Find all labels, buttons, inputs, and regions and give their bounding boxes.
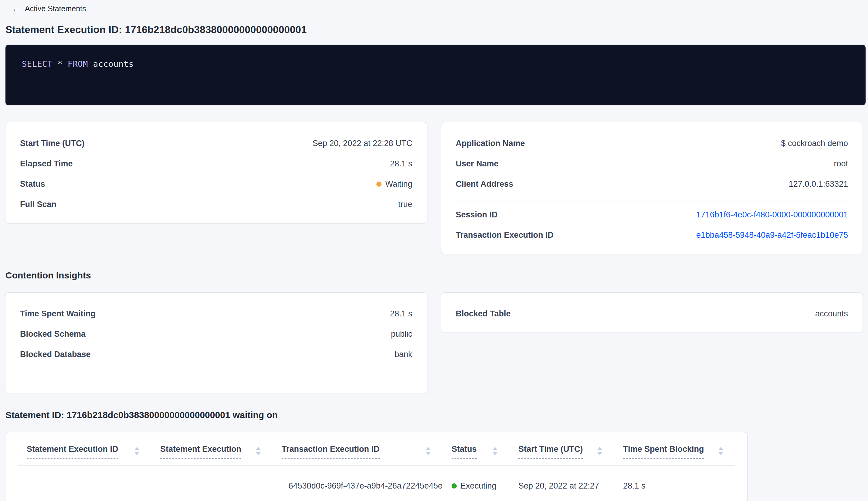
waiting-statements-table-card: Statement Execution ID Statement Executi… bbox=[6, 433, 747, 501]
info-label: Transaction Execution ID bbox=[456, 231, 554, 240]
cell-transaction-execution-id: 64530d0c-969f-437e-a9b4-26a72245e45e bbox=[273, 466, 443, 501]
overview-card-right: Application Name $ cockroach demo User N… bbox=[441, 122, 863, 254]
sql-statement-box: SELECT * FROM accounts bbox=[6, 45, 866, 105]
info-row-blocked-database: Blocked Database bank bbox=[20, 344, 412, 365]
contention-card-left: Time Spent Waiting 28.1 s Blocked Schema… bbox=[6, 293, 427, 394]
info-label: Full Scan bbox=[20, 200, 56, 209]
contention-cards-row: Time Spent Waiting 28.1 s Blocked Schema… bbox=[6, 293, 862, 394]
table-header-row: Statement Execution ID Statement Executi… bbox=[18, 433, 735, 466]
column-label[interactable]: Statement Execution bbox=[160, 445, 241, 459]
status-executing-dot-icon bbox=[452, 483, 457, 489]
info-value: 28.1 s bbox=[390, 309, 412, 319]
column-label[interactable]: Transaction Execution ID bbox=[282, 445, 380, 459]
info-row-blocked-table: Blocked Table accounts bbox=[456, 303, 848, 324]
info-label: Session ID bbox=[456, 210, 498, 220]
info-label: Client Address bbox=[456, 180, 513, 189]
cell-start-time: Sep 20, 2022 at 22:27 bbox=[509, 466, 614, 501]
back-link-label: Active Statements bbox=[25, 4, 86, 13]
info-row-elapsed-time: Elapsed Time 28.1 s bbox=[20, 154, 412, 174]
session-id-link[interactable]: 1716b1f6-4e0c-f480-0000-000000000001 bbox=[696, 210, 848, 220]
sort-icon[interactable] bbox=[134, 447, 140, 455]
info-label: User Name bbox=[456, 159, 499, 169]
info-value: Sep 20, 2022 at 22:28 UTC bbox=[313, 139, 412, 148]
info-label: Status bbox=[20, 180, 45, 189]
info-row-application-name: Application Name $ cockroach demo bbox=[456, 133, 848, 154]
info-label: Blocked Schema bbox=[20, 329, 86, 339]
info-row-full-scan: Full Scan true bbox=[20, 194, 412, 215]
cell-status: Executing bbox=[443, 466, 509, 501]
sql-keyword: SELECT bbox=[22, 59, 53, 68]
back-link[interactable]: ← Active Statements bbox=[6, 2, 862, 13]
column-label[interactable]: Time Spent Blocking bbox=[623, 445, 704, 459]
statement-execution-page: ← Active Statements Statement Execution … bbox=[0, 0, 868, 501]
sql-keyword: FROM bbox=[68, 59, 88, 68]
info-row-session-id: Session ID 1716b1f6-4e0c-f480-0000-00000… bbox=[456, 205, 848, 225]
sort-icon[interactable] bbox=[492, 447, 498, 455]
column-header-statement-execution-id[interactable]: Statement Execution ID bbox=[18, 433, 151, 466]
spacer bbox=[20, 365, 412, 385]
info-label: Elapsed Time bbox=[20, 159, 73, 169]
info-value: 28.1 s bbox=[390, 159, 412, 169]
status-text: Waiting bbox=[385, 180, 412, 189]
cell-statement-execution-id bbox=[18, 466, 151, 501]
info-value: $ cockroach demo bbox=[781, 139, 848, 148]
back-arrow-icon: ← bbox=[12, 4, 21, 13]
info-row-client-address: Client Address 127.0.0.1:63321 bbox=[456, 174, 848, 194]
info-label: Application Name bbox=[456, 139, 525, 148]
info-label: Time Spent Waiting bbox=[20, 309, 96, 319]
overview-card-left: Start Time (UTC) Sep 20, 2022 at 22:28 U… bbox=[6, 122, 427, 223]
info-value: 127.0.0.1:63321 bbox=[789, 180, 848, 189]
info-value: public bbox=[391, 329, 412, 339]
info-row-status: Status Waiting bbox=[20, 174, 412, 194]
transaction-execution-id-link[interactable]: e1bba458-5948-40a9-a42f-5feac1b10e75 bbox=[696, 231, 848, 240]
info-value: true bbox=[398, 200, 412, 209]
section-heading-contention-insights: Contention Insights bbox=[6, 270, 862, 280]
contention-card-right: Blocked Table accounts bbox=[441, 293, 863, 332]
info-row-start-time: Start Time (UTC) Sep 20, 2022 at 22:28 U… bbox=[20, 133, 412, 154]
column-label[interactable]: Start Time (UTC) bbox=[518, 445, 583, 459]
column-header-statement-execution[interactable]: Statement Execution bbox=[151, 433, 273, 466]
info-label: Start Time (UTC) bbox=[20, 139, 85, 148]
info-row-blocked-schema: Blocked Schema public bbox=[20, 324, 412, 344]
sort-icon[interactable] bbox=[256, 447, 261, 455]
page-title: Statement Execution ID: 1716b218dc0b3838… bbox=[6, 24, 862, 35]
info-row-transaction-execution-id: Transaction Execution ID e1bba458-5948-4… bbox=[456, 225, 848, 245]
info-value: accounts bbox=[815, 309, 848, 319]
sort-icon[interactable] bbox=[597, 447, 603, 455]
status-badge: Waiting bbox=[376, 180, 412, 189]
card-divider bbox=[456, 200, 848, 200]
status-badge: Executing bbox=[452, 481, 497, 491]
sort-icon[interactable] bbox=[425, 447, 431, 455]
sort-icon[interactable] bbox=[718, 447, 724, 455]
overview-cards-row: Start Time (UTC) Sep 20, 2022 at 22:28 U… bbox=[6, 122, 862, 254]
waiting-on-heading: Statement ID: 1716b218dc0b38380000000000… bbox=[6, 410, 862, 420]
info-value: bank bbox=[394, 350, 412, 359]
info-row-time-spent-waiting: Time Spent Waiting 28.1 s bbox=[20, 303, 412, 324]
sql-table-name: accounts bbox=[93, 59, 134, 68]
info-row-user-name: User Name root bbox=[456, 154, 848, 174]
column-header-status[interactable]: Status bbox=[443, 433, 509, 466]
waiting-statements-table: Statement Execution ID Statement Executi… bbox=[18, 433, 735, 501]
table-row: 64530d0c-969f-437e-a9b4-26a72245e45e Exe… bbox=[18, 466, 735, 501]
column-label[interactable]: Statement Execution ID bbox=[27, 445, 118, 459]
column-label[interactable]: Status bbox=[452, 445, 477, 459]
cell-statement-execution bbox=[151, 466, 273, 501]
column-header-start-time[interactable]: Start Time (UTC) bbox=[509, 433, 614, 466]
status-waiting-dot-icon bbox=[376, 182, 381, 187]
column-header-time-spent-blocking[interactable]: Time Spent Blocking bbox=[614, 433, 735, 466]
status-text: Executing bbox=[460, 481, 497, 491]
info-label: Blocked Database bbox=[20, 350, 91, 359]
cell-time-spent-blocking: 28.1 s bbox=[614, 466, 735, 501]
sql-operator: * bbox=[57, 59, 63, 68]
info-value: root bbox=[834, 159, 848, 169]
column-header-transaction-execution-id[interactable]: Transaction Execution ID bbox=[273, 433, 443, 466]
info-label: Blocked Table bbox=[456, 309, 511, 319]
